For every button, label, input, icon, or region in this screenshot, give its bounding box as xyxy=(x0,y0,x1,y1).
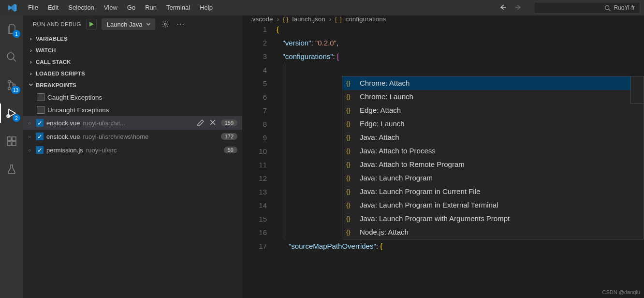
checkbox-icon[interactable] xyxy=(37,106,44,114)
menu-bar: FileEditSelectionViewGoRunTerminalHelp R… xyxy=(0,0,644,15)
watermark: CSDN @danqiu xyxy=(602,289,640,295)
checkbox-icon[interactable]: ✓ xyxy=(36,146,44,154)
debug-side-panel: RUN AND DEBUG Launch Java ··· ›VARIABLES… xyxy=(23,15,243,298)
svg-point-1 xyxy=(7,53,14,60)
activity-source-control[interactable]: 13 xyxy=(0,75,23,95)
activity-search[interactable] xyxy=(0,47,23,67)
breadcrumb[interactable]: .vscode › { } launch.json › [ ] configur… xyxy=(243,15,644,23)
snippet-icon: {} xyxy=(346,104,355,117)
activity-extensions[interactable] xyxy=(0,132,23,151)
snippet-icon: {} xyxy=(346,144,355,158)
svg-rect-7 xyxy=(12,137,16,141)
menu-go[interactable]: Go xyxy=(122,0,140,15)
suggestion-item[interactable]: {}Edge: Attach xyxy=(342,104,644,117)
section-watch[interactable]: ›WATCH xyxy=(23,45,242,56)
edit-icon[interactable] xyxy=(197,119,205,127)
breakpoint-dot-icon: ○ xyxy=(26,120,33,126)
snippet-icon: {} xyxy=(346,185,355,198)
svg-rect-8 xyxy=(7,142,11,146)
menu-file[interactable]: File xyxy=(23,0,43,15)
open-launch-json-button[interactable] xyxy=(160,19,171,30)
suggestion-item[interactable]: {}Java: Launch Program in Current File xyxy=(342,185,644,198)
svg-point-3 xyxy=(8,88,11,90)
breadcrumb-folder: .vscode xyxy=(250,15,273,23)
panel-more-button[interactable]: ··· xyxy=(176,20,185,29)
snippet-icon: {} xyxy=(346,90,355,104)
suggestion-doc-popup: At de xyxy=(630,76,644,104)
suggestion-item[interactable]: {}Edge: Launch xyxy=(342,117,644,131)
line-gutter: 1234567891011121314151617 xyxy=(243,23,277,298)
suggestion-item[interactable]: {}Java: Launch Program in External Termi… xyxy=(342,198,644,212)
snippet-icon: {} xyxy=(346,117,355,131)
menu-selection[interactable]: Selection xyxy=(63,0,99,15)
explorer-badge: 1 xyxy=(13,30,20,38)
section-breakpoints[interactable]: BREAKPOINTS xyxy=(23,79,242,91)
breakpoint-builtin[interactable]: Uncaught Exceptions xyxy=(25,104,242,116)
breadcrumb-node: configurations xyxy=(346,15,386,23)
suggestion-item[interactable]: {}Java: Attach to Remote Program xyxy=(342,158,644,171)
breakpoint-row[interactable]: ○ ✓ enstock.vue ruoyi-ui\src\vi... 159 xyxy=(23,116,242,130)
vscode-logo-icon xyxy=(7,2,18,14)
svg-rect-9 xyxy=(12,142,16,146)
section-variables[interactable]: ›VARIABLES xyxy=(23,33,242,45)
breakpoint-builtin[interactable]: Caught Exceptions xyxy=(25,91,242,104)
activity-bar: 1 13 2 xyxy=(0,15,23,298)
launch-config-label: Launch Java xyxy=(107,21,143,28)
snippet-icon: {} xyxy=(346,198,355,212)
activity-testing[interactable] xyxy=(0,160,23,179)
line-badge: 172 xyxy=(221,133,237,140)
activity-explorer[interactable]: 1 xyxy=(0,19,23,39)
command-center-search[interactable]: RuoYi-fr xyxy=(534,2,640,14)
debug-badge: 2 xyxy=(13,114,20,122)
snippet-icon: {} xyxy=(346,212,355,225)
code-text[interactable]: { "version": "0.2.0", "configurations": … xyxy=(277,23,644,298)
code-editor[interactable]: 1234567891011121314151617 { "version": "… xyxy=(243,23,644,298)
menu-edit[interactable]: Edit xyxy=(43,0,63,15)
snippet-icon: {} xyxy=(346,158,355,171)
snippet-icon: {} xyxy=(346,76,355,90)
snippet-icon: {} xyxy=(346,131,355,144)
line-badge: 159 xyxy=(221,119,237,126)
search-placeholder: RuoYi-fr xyxy=(614,4,635,11)
suggestion-item[interactable]: {}Java: Attach to Process xyxy=(342,144,644,158)
breakpoint-dot-icon: ○ xyxy=(26,148,33,153)
nav-forward-icon[interactable] xyxy=(514,3,522,13)
start-debug-button[interactable] xyxy=(86,19,97,30)
menu-help[interactable]: Help xyxy=(195,0,218,15)
suggestion-item[interactable]: {}Chrome: Launch xyxy=(342,90,644,104)
editor-area: JSjs 9+, MJSpermission.jsMJSdept.jsJSysD… xyxy=(243,15,644,298)
menu-view[interactable]: View xyxy=(99,0,122,15)
nav-back-icon[interactable] xyxy=(499,3,507,13)
activity-run-debug[interactable]: 2 xyxy=(0,104,23,123)
panel-title: RUN AND DEBUG xyxy=(33,21,81,27)
snippet-icon: {} xyxy=(346,225,355,239)
intellisense-popup[interactable]: {}Chrome: Attach{}Chrome: Launch{}Edge: … xyxy=(342,76,644,239)
svg-rect-6 xyxy=(7,137,11,141)
close-icon[interactable] xyxy=(209,119,216,126)
menu-terminal[interactable]: Terminal xyxy=(161,0,195,15)
svg-point-0 xyxy=(605,5,609,9)
launch-config-dropdown[interactable]: Launch Java xyxy=(102,18,156,30)
section-loaded-scripts[interactable]: ›LOADED SCRIPTS xyxy=(23,68,242,79)
suggestion-item[interactable]: {}Node.js: Attach xyxy=(342,225,644,239)
checkbox-icon[interactable]: ✓ xyxy=(36,119,44,127)
breakpoint-row[interactable]: ○ ✓ enstock.vue ruoyi-ui\src\views\home … xyxy=(23,130,242,143)
suggestion-item[interactable]: {}Java: Launch Program xyxy=(342,171,644,185)
breakpoint-dot-icon: ○ xyxy=(26,134,33,139)
checkbox-icon[interactable] xyxy=(37,93,44,101)
svg-point-2 xyxy=(8,81,11,83)
breakpoint-row[interactable]: ○ ✓ permission.js ruoyi-ui\src 59 xyxy=(23,143,242,157)
suggestion-item[interactable]: {}Java: Launch Program with Arguments Pr… xyxy=(342,212,644,225)
snippet-icon: {} xyxy=(346,171,355,185)
section-callstack[interactable]: ›CALL STACK xyxy=(23,56,242,68)
scm-badge: 13 xyxy=(11,86,20,94)
suggestion-item[interactable]: {}Java: Attach xyxy=(342,131,644,144)
checkbox-icon[interactable]: ✓ xyxy=(36,133,44,140)
line-badge: 59 xyxy=(224,147,237,153)
suggestion-item[interactable]: {}Chrome: Attach xyxy=(342,76,644,90)
menu-run[interactable]: Run xyxy=(140,0,161,15)
svg-point-10 xyxy=(164,23,166,25)
breadcrumb-file: launch.json xyxy=(292,15,325,23)
